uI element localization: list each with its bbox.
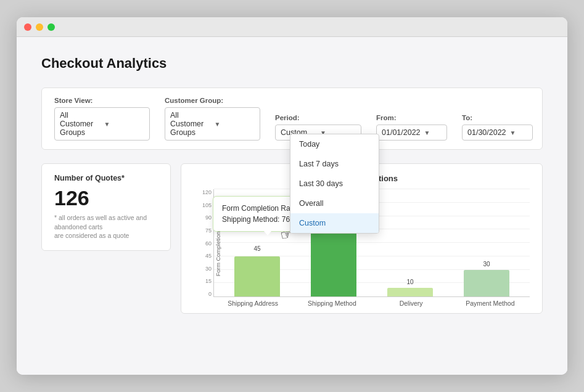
store-view-select[interactable]: All Customer Groups ▼ (54, 107, 150, 141)
y-tick-15: 15 (194, 278, 213, 284)
period-label: Period: (275, 114, 361, 121)
maximize-button[interactable] (47, 23, 55, 31)
y-ticks: 0 15 30 45 60 75 90 105 120 (194, 189, 213, 297)
page-title: Checkout Analytics (41, 55, 543, 71)
bar-delivery (387, 288, 433, 296)
bar-shipping-method (311, 229, 356, 296)
y-axis-label: Form Completion Rate % (215, 210, 221, 276)
titlebar (17, 17, 567, 37)
bar-group-payment-method: 30 (448, 189, 525, 296)
bar-group-delivery: 10 (372, 189, 448, 296)
y-tick-75: 75 (194, 227, 213, 234)
bar-label-shipping-address: 45 (253, 245, 260, 252)
x-label-shipping-method: Shipping Method (292, 300, 371, 307)
dropdown-item-custom[interactable]: Custom (290, 213, 379, 233)
to-value: 01/30/2022 (467, 128, 506, 137)
y-tick-105: 105 (194, 202, 213, 208)
bar-payment-method (464, 270, 509, 297)
page-content: Checkout Analytics Store View: All Custo… (17, 37, 567, 375)
app-window: Checkout Analytics Store View: All Custo… (17, 17, 567, 375)
customer-group-group: Customer Group: All Customer Groups ▼ (165, 97, 260, 141)
customer-group-select[interactable]: All Customer Groups ▼ (165, 107, 260, 141)
y-tick-60: 60 (194, 240, 213, 247)
bar-label-payment-method: 30 (483, 261, 490, 267)
store-view-group: Store View: All Customer Groups ▼ (54, 97, 150, 141)
customer-group-label: Customer Group: (165, 97, 260, 104)
store-view-label: Store View: (54, 97, 150, 104)
from-group: From: 01/01/2022 ▼ (376, 114, 447, 141)
close-button[interactable] (24, 23, 31, 31)
metric-title: Number of Quotes* (54, 174, 158, 182)
y-tick-30: 30 (194, 266, 213, 272)
from-label: From: (376, 114, 447, 121)
x-label-shipping-address: Shipping Address (213, 300, 292, 307)
metric-value: 126 (54, 187, 158, 208)
from-select[interactable]: 01/01/2022 ▼ (376, 125, 447, 141)
store-view-value: All Customer Groups (60, 111, 101, 137)
y-tick-0: 0 (194, 291, 213, 297)
bar-shipping-address (234, 256, 280, 296)
dropdown-item-last7[interactable]: Last 7 days (290, 154, 379, 174)
period-dropdown: Today Last 7 days Last 30 days Overall C… (290, 134, 379, 234)
x-label-delivery: Delivery (372, 300, 451, 307)
x-axis: Shipping Address Shipping Method Deliver… (194, 300, 530, 307)
bar-label-delivery: 10 (406, 279, 413, 285)
y-tick-90: 90 (194, 214, 213, 221)
x-label-payment-method: Payment Method (451, 300, 530, 307)
to-select[interactable]: 01/30/2022 ▼ (462, 125, 533, 141)
from-arrow-icon: ▼ (424, 129, 442, 136)
minimize-button[interactable] (36, 23, 43, 31)
y-tick-45: 45 (194, 253, 213, 259)
dropdown-item-last30[interactable]: Last 30 days (290, 174, 379, 194)
customer-group-value: All Customer Groups (170, 111, 211, 137)
metric-note: * all orders as well as active and aband… (54, 213, 158, 240)
dropdown-item-overall[interactable]: Overall (290, 194, 379, 213)
dropdown-item-today[interactable]: Today (290, 134, 379, 154)
to-arrow-icon: ▼ (510, 129, 527, 136)
to-group: To: 01/30/2022 ▼ (462, 114, 533, 141)
metric-card: Number of Quotes* 126 * all orders as we… (41, 163, 171, 251)
store-view-arrow-icon: ▼ (104, 121, 145, 128)
y-tick-120: 120 (194, 189, 213, 195)
to-label: To: (462, 114, 533, 121)
from-value: 01/01/2022 (382, 128, 421, 137)
customer-group-arrow-icon: ▼ (215, 121, 255, 128)
